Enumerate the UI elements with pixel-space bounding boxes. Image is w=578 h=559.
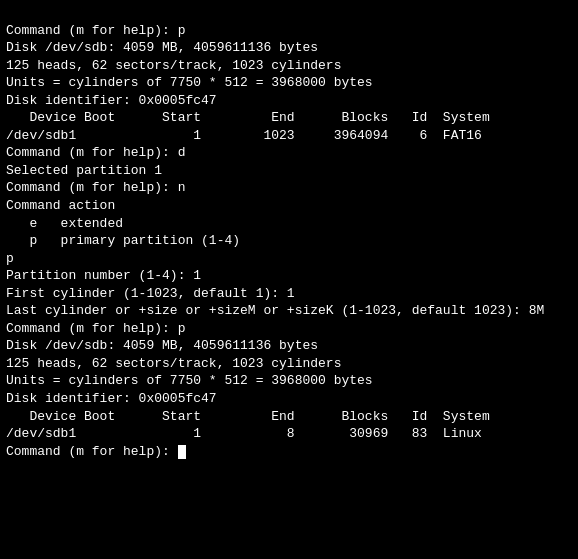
terminal-line: 125 heads, 62 sectors/track, 1023 cylind…: [6, 355, 572, 373]
terminal-line: Command (m for help): n: [6, 179, 572, 197]
terminal-line: Command (m for help): d: [6, 144, 572, 162]
terminal-line: Selected partition 1: [6, 162, 572, 180]
terminal-line: Units = cylinders of 7750 * 512 = 396800…: [6, 74, 572, 92]
terminal-line: Device Boot Start End Blocks Id System: [6, 109, 572, 127]
terminal-line: Partition number (1-4): 1: [6, 267, 572, 285]
terminal-line: Disk identifier: 0x0005fc47: [6, 92, 572, 110]
terminal-line: Disk /dev/sdb: 4059 MB, 4059611136 bytes: [6, 337, 572, 355]
terminal-line: e extended: [6, 215, 572, 233]
terminal-line: p: [6, 250, 572, 268]
terminal-line: Device Boot Start End Blocks Id System: [6, 408, 572, 426]
terminal-line: First cylinder (1-1023, default 1): 1: [6, 285, 572, 303]
terminal-output: Command (m for help): pDisk /dev/sdb: 40…: [6, 4, 572, 460]
terminal-line: Command (m for help): p: [6, 320, 572, 338]
terminal-line: 125 heads, 62 sectors/track, 1023 cylind…: [6, 57, 572, 75]
terminal-line: Command (m for help):: [6, 443, 572, 461]
terminal-line: Units = cylinders of 7750 * 512 = 396800…: [6, 372, 572, 390]
terminal-line: Command action: [6, 197, 572, 215]
terminal-line: Disk /dev/sdb: 4059 MB, 4059611136 bytes: [6, 39, 572, 57]
terminal-line: Last cylinder or +size or +sizeM or +siz…: [6, 302, 572, 320]
terminal-line: p primary partition (1-4): [6, 232, 572, 250]
terminal-line: /dev/sdb1 1 8 30969 83 Linux: [6, 425, 572, 443]
terminal-cursor: [178, 445, 186, 459]
terminal-line: Disk identifier: 0x0005fc47: [6, 390, 572, 408]
terminal-line: /dev/sdb1 1 1023 3964094 6 FAT16: [6, 127, 572, 145]
terminal-line: Command (m for help): p: [6, 22, 572, 40]
